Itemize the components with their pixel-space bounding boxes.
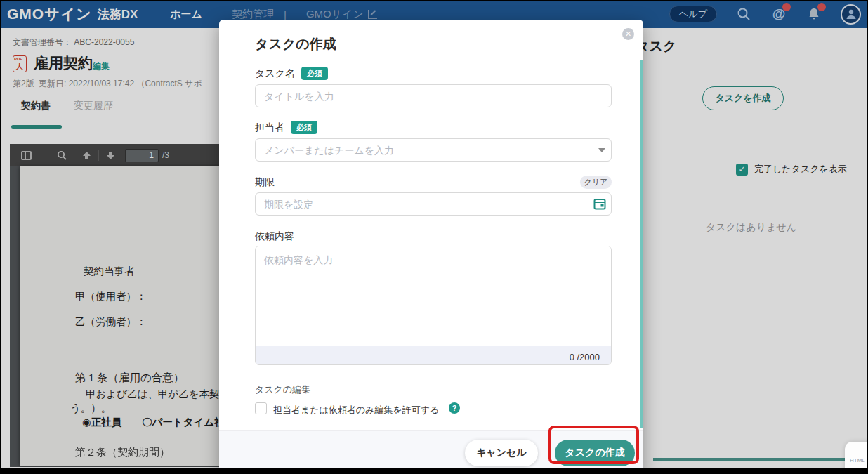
deadline-label: 期限 xyxy=(255,176,275,189)
assignee-input[interactable] xyxy=(255,138,612,162)
deadline-input[interactable] xyxy=(255,192,612,216)
modal-footer: キャンセル タスクの作成 xyxy=(219,430,643,474)
modal-scrollbar-thumb[interactable] xyxy=(640,60,643,428)
calendar-icon[interactable] xyxy=(593,197,606,210)
cancel-button[interactable]: キャンセル xyxy=(465,440,538,466)
close-icon[interactable]: ✕ xyxy=(622,28,634,40)
request-label: 依頼内容 xyxy=(255,230,294,243)
restrict-edit-checkbox[interactable] xyxy=(255,402,267,414)
html-feedback-widget[interactable]: HTML xyxy=(845,442,868,474)
required-badge: 必須 xyxy=(301,67,328,80)
chevron-down-icon[interactable] xyxy=(598,148,605,152)
deadline-clear-button[interactable]: クリア xyxy=(580,176,612,189)
app-window: 文書管理番号： ABC-2022-0055 雇用契約 編集 第2版 更新日: 2… xyxy=(0,0,868,474)
restrict-edit-label: 担当者または依頼者のみ編集を許可する xyxy=(273,404,439,416)
task-name-input[interactable] xyxy=(255,84,612,107)
help-question-icon[interactable]: ? xyxy=(449,402,460,414)
create-task-modal: ✕ タスクの作成 タスク名必須 担当者必須 期限 クリア 依頼内容 0 /200… xyxy=(219,20,643,474)
char-counter: 0 /2000 xyxy=(256,346,611,365)
modal-title: タスクの作成 xyxy=(255,35,336,53)
task-edit-section-label: タスクの編集 xyxy=(255,383,310,396)
request-textarea[interactable] xyxy=(256,246,611,343)
submit-create-task-button[interactable]: タスクの作成 xyxy=(555,440,635,466)
assignee-label: 担当者必須 xyxy=(255,121,317,134)
request-textarea-box: 0 /2000 xyxy=(255,246,612,365)
required-badge: 必須 xyxy=(291,121,317,134)
task-name-label: タスク名必須 xyxy=(255,67,328,80)
